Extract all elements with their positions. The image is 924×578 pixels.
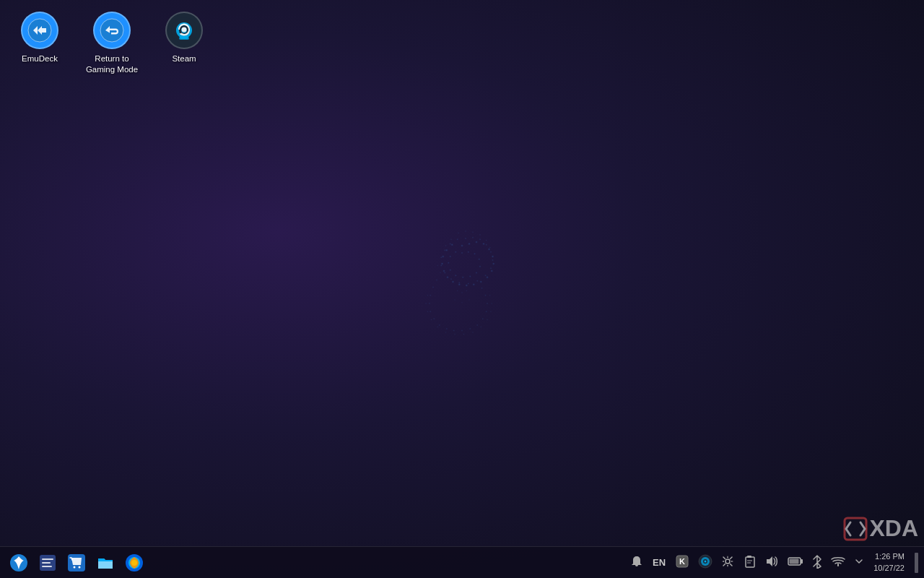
taskbar-left bbox=[6, 550, 147, 576]
svg-point-46 bbox=[440, 264, 443, 267]
clock-button[interactable]: 1:26 PM 10/27/22 bbox=[871, 550, 907, 575]
svg-point-69 bbox=[437, 264, 439, 267]
svg-point-64 bbox=[485, 311, 487, 313]
notification-bell-button[interactable] bbox=[628, 553, 645, 572]
svg-point-76 bbox=[454, 333, 456, 335]
clock-time: 1:26 PM bbox=[875, 551, 905, 562]
emudeck-icon[interactable]: EmuDeck bbox=[7, 7, 72, 69]
svg-rect-128 bbox=[747, 556, 751, 558]
svg-point-1 bbox=[468, 243, 471, 246]
svg-point-8 bbox=[486, 276, 489, 279]
svg-point-30 bbox=[448, 262, 450, 264]
taskbar-right: EN K bbox=[628, 550, 918, 575]
bluetooth-button[interactable] bbox=[810, 553, 824, 573]
svg-point-61 bbox=[469, 328, 471, 330]
svg-point-9 bbox=[479, 280, 482, 283]
svg-rect-113 bbox=[42, 566, 52, 567]
battery-button[interactable] bbox=[785, 555, 806, 571]
svg-point-3 bbox=[482, 243, 485, 246]
svg-point-24 bbox=[479, 265, 481, 267]
svg-point-42 bbox=[467, 282, 469, 285]
steam-icon[interactable]: Steam bbox=[152, 7, 217, 69]
svg-point-67 bbox=[481, 287, 483, 289]
svg-point-23 bbox=[478, 258, 480, 260]
svg-point-52 bbox=[432, 286, 435, 288]
svg-point-70 bbox=[427, 295, 429, 297]
volume-button[interactable] bbox=[762, 553, 781, 572]
svg-point-87 bbox=[468, 299, 471, 301]
klack-button[interactable]: K bbox=[673, 553, 692, 573]
clock-date: 10/27/22 bbox=[873, 563, 905, 574]
svg-rect-111 bbox=[42, 558, 53, 560]
task-manager-button[interactable] bbox=[35, 550, 61, 576]
svg-point-66 bbox=[484, 294, 487, 296]
return-gaming-label: Return to Gaming Mode bbox=[86, 53, 138, 75]
svg-point-29 bbox=[449, 269, 451, 271]
svg-point-84 bbox=[457, 290, 459, 292]
svg-point-13 bbox=[452, 280, 455, 283]
svg-point-90 bbox=[458, 232, 460, 234]
svg-point-39 bbox=[490, 267, 492, 269]
svg-point-33 bbox=[465, 238, 467, 240]
deck-menu-button[interactable] bbox=[6, 550, 32, 576]
store-button[interactable] bbox=[64, 550, 90, 576]
svg-point-71 bbox=[425, 303, 427, 305]
desktop-watermark bbox=[372, 173, 552, 405]
settings-button[interactable] bbox=[719, 553, 736, 572]
wifi-button[interactable] bbox=[829, 554, 847, 571]
clipboard-button[interactable] bbox=[741, 553, 758, 572]
svg-point-27 bbox=[462, 276, 464, 278]
svg-rect-112 bbox=[42, 562, 51, 564]
svg-point-73 bbox=[430, 319, 432, 321]
svg-point-22 bbox=[474, 253, 476, 255]
svg-point-97 bbox=[445, 245, 447, 247]
svg-point-77 bbox=[463, 333, 465, 335]
firefox-button[interactable] bbox=[121, 550, 147, 576]
svg-point-126 bbox=[725, 559, 730, 564]
svg-point-89 bbox=[454, 299, 456, 301]
svg-point-78 bbox=[472, 332, 474, 334]
svg-point-115 bbox=[74, 566, 76, 568]
steam-tray-button[interactable] bbox=[696, 553, 715, 573]
svg-point-25 bbox=[475, 272, 477, 274]
svg-point-10 bbox=[472, 283, 475, 286]
svg-point-48 bbox=[444, 249, 446, 251]
svg-point-65 bbox=[487, 303, 489, 305]
svg-point-74 bbox=[437, 326, 439, 328]
language-button[interactable]: EN bbox=[650, 556, 668, 569]
svg-point-20 bbox=[461, 251, 463, 254]
return-gaming-icon-img bbox=[93, 12, 131, 49]
svg-point-54 bbox=[429, 303, 431, 305]
svg-point-96 bbox=[450, 238, 453, 241]
svg-point-125 bbox=[705, 560, 707, 562]
svg-point-47 bbox=[440, 256, 443, 259]
svg-point-38 bbox=[492, 259, 494, 262]
svg-point-94 bbox=[486, 239, 488, 241]
svg-point-83 bbox=[489, 295, 492, 297]
svg-point-91 bbox=[465, 230, 467, 233]
svg-point-32 bbox=[455, 251, 457, 253]
svg-point-79 bbox=[480, 326, 482, 328]
svg-point-28 bbox=[455, 275, 457, 277]
svg-point-0 bbox=[461, 244, 463, 247]
svg-point-75 bbox=[445, 332, 447, 334]
svg-point-2 bbox=[475, 241, 478, 243]
steam-icon-img bbox=[165, 12, 203, 49]
tray-expand-button[interactable] bbox=[852, 555, 866, 571]
svg-point-43 bbox=[458, 282, 461, 284]
svg-rect-132 bbox=[801, 559, 803, 564]
svg-point-86 bbox=[466, 290, 468, 292]
svg-rect-108 bbox=[845, 518, 866, 540]
svg-rect-127 bbox=[746, 557, 754, 567]
emudeck-label: EmuDeck bbox=[22, 53, 58, 64]
return-gaming-icon[interactable]: Return to Gaming Mode bbox=[79, 7, 144, 79]
svg-point-49 bbox=[449, 243, 451, 245]
svg-text:K: K bbox=[679, 557, 685, 566]
svg-point-7 bbox=[490, 269, 493, 272]
svg-point-92 bbox=[472, 231, 474, 233]
svg-point-55 bbox=[430, 311, 432, 313]
files-button[interactable] bbox=[92, 550, 118, 576]
svg-point-11 bbox=[465, 284, 468, 287]
svg-point-62 bbox=[476, 324, 479, 327]
show-desktop-button[interactable] bbox=[915, 553, 918, 573]
